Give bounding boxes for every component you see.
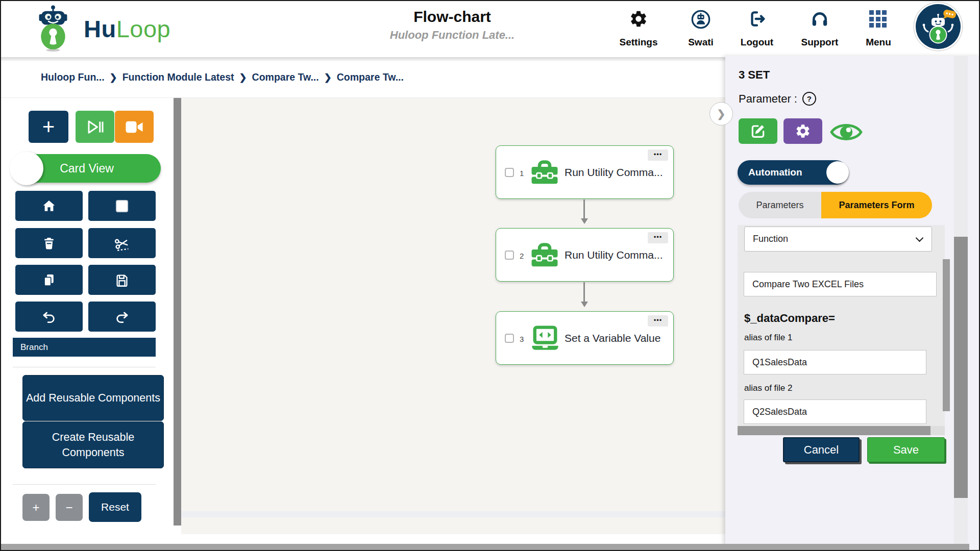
breadcrumb: Huloop Fun... ❯ Function Module Latest ❯…	[1, 57, 725, 98]
breadcrumb-separator: ❯	[110, 72, 117, 83]
nav-settings[interactable]: Settings	[610, 7, 667, 52]
copy-icon	[41, 272, 57, 288]
run-pause-button[interactable]	[76, 111, 114, 143]
huloop-robot-logo-icon	[30, 5, 77, 52]
stop-button[interactable]	[88, 191, 156, 221]
undo-button[interactable]	[15, 302, 83, 332]
add-reusable-components-button[interactable]: Add Reusable Components	[22, 375, 164, 421]
app-window: HuLoop Flow-chart Huloop Function Late..…	[0, 0, 980, 551]
flow-node-3[interactable]: ••• 3 Set a Variable Value	[496, 311, 674, 365]
function-select[interactable]: Function	[744, 227, 932, 252]
breadcrumb-item-2[interactable]: Function Module Latest	[122, 71, 234, 83]
edit-button[interactable]	[739, 118, 777, 144]
title-block: Flow-chart Huloop Function Late...	[325, 8, 580, 42]
breadcrumb-item-1[interactable]: Huloop Fun...	[41, 71, 105, 83]
header-shadow	[1, 57, 725, 62]
add-node-button[interactable]: +	[29, 111, 68, 143]
chat-assistant-avatar[interactable]	[916, 4, 961, 49]
properties-panel: 3 SET Parameter : ? Automation	[725, 56, 980, 551]
flow-connector-arrow	[583, 199, 585, 222]
nav-menu[interactable]: Menu	[850, 7, 906, 52]
card-view-label: Card View	[13, 154, 161, 183]
eye-icon	[829, 121, 863, 143]
reset-zoom-button[interactable]: Reset	[89, 492, 141, 522]
save-button[interactable]: Save	[867, 437, 945, 462]
brand-hu: Hu	[84, 15, 116, 43]
nav-swati-label: Swati	[688, 37, 714, 48]
panel-vertical-scrollbar[interactable]	[954, 237, 968, 498]
zoom-in-button[interactable]: +	[22, 494, 50, 521]
card-view-toggle[interactable]: Card View	[13, 154, 161, 183]
nav-logout[interactable]: Logout	[729, 7, 785, 52]
tab-parameters[interactable]: Parameters	[739, 192, 821, 218]
function-name-field[interactable]: Compare Two EXCEL Files	[744, 272, 937, 296]
video-camera-icon	[125, 118, 144, 136]
chevron-down-icon	[916, 234, 924, 242]
flow-node-1[interactable]: ••• 1 Run Utility Comma...	[496, 145, 674, 199]
undo-icon	[41, 309, 57, 324]
panel-tabs: Parameters Parameters Form	[739, 192, 932, 218]
cut-button[interactable]	[88, 228, 156, 258]
node-checkbox[interactable]	[505, 251, 514, 260]
divider	[13, 367, 156, 367]
preview-eye-button[interactable]	[828, 120, 864, 144]
sidebar-scrollbar[interactable]	[174, 98, 181, 525]
breadcrumb-item-3[interactable]: Compare Tw...	[252, 71, 319, 83]
record-button[interactable]	[115, 111, 154, 143]
edit-pencil-icon	[749, 123, 767, 139]
node-number: 2	[520, 252, 524, 260]
flow-node-2[interactable]: ••• 2 Run Utility Comma...	[496, 228, 674, 282]
redo-button[interactable]	[88, 302, 156, 332]
nav-support[interactable]: Support	[792, 7, 848, 52]
robot-user-icon	[691, 9, 711, 30]
step-title: 3 SET	[739, 68, 770, 82]
nav-logout-label: Logout	[741, 37, 773, 48]
toolbox-icon	[529, 158, 560, 187]
node-label: Set a Variable Value	[565, 312, 660, 364]
toggle-knob	[826, 161, 849, 184]
trash-icon	[41, 236, 57, 251]
window-horizontal-scrollbar[interactable]	[1, 544, 969, 551]
canvas-stripe	[181, 511, 725, 517]
form-horizontal-scrollbar[interactable]	[738, 426, 945, 435]
help-icon[interactable]: ?	[802, 92, 816, 106]
node-checkbox[interactable]	[505, 168, 514, 177]
create-reusable-components-button[interactable]: Create Reusable Components	[22, 421, 164, 468]
tab-parameters-form[interactable]: Parameters Form	[821, 192, 932, 218]
branch-component[interactable]: Branch	[13, 338, 156, 357]
settings-gear-button[interactable]	[783, 118, 822, 144]
scrollbar-thumb[interactable]	[738, 426, 930, 435]
grid-menu-icon	[869, 9, 888, 28]
nav-user-swati[interactable]: Swati	[673, 7, 729, 52]
flow-connector-arrow	[583, 282, 585, 305]
panel-collapse-button[interactable]: ❯	[709, 102, 733, 126]
breadcrumb-item-4[interactable]: Compare Tw...	[337, 71, 404, 83]
node-label: Run Utility Comma...	[565, 229, 663, 281]
brand-wordmark: HuLoop	[84, 15, 170, 43]
huloop-logo[interactable]: HuLoop	[30, 5, 170, 52]
automation-toggle[interactable]: Automation	[738, 160, 848, 185]
alias-file-1-label: alias of file 1	[744, 333, 793, 343]
stop-icon	[117, 201, 127, 211]
alias-file-2-input[interactable]	[744, 399, 926, 424]
cancel-button[interactable]: Cancel	[783, 437, 860, 462]
alias-file-2-label: alias of file 2	[744, 383, 793, 393]
toolbox-icon	[529, 241, 560, 269]
play-pause-icon	[85, 118, 105, 136]
form-vertical-scrollbar[interactable]	[943, 259, 950, 411]
delete-button[interactable]	[15, 228, 83, 258]
header: HuLoop Flow-chart Huloop Function Late..…	[1, 1, 980, 57]
home-button[interactable]	[15, 191, 83, 221]
variable-label: $_dataCompare=	[744, 312, 835, 325]
flow-canvas[interactable]: ••• 1 Run Utility Comma... ••• 2 Run Ut	[181, 98, 725, 534]
copy-button[interactable]	[15, 265, 83, 295]
node-number: 3	[520, 335, 524, 343]
zoom-out-button[interactable]: −	[56, 494, 83, 521]
node-checkbox[interactable]	[505, 334, 514, 343]
page-subtitle: Huloop Function Late...	[325, 29, 580, 42]
save-button[interactable]	[88, 265, 156, 295]
parameter-label: Parameter :	[739, 92, 797, 106]
function-select-value: Function	[753, 234, 788, 244]
save-floppy-icon	[114, 272, 130, 288]
alias-file-1-input[interactable]	[744, 350, 926, 374]
